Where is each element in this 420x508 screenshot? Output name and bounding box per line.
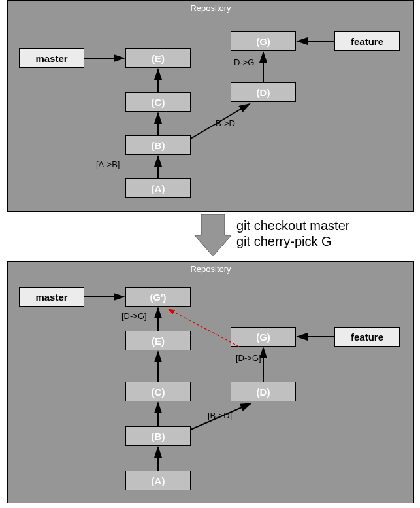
commit-B-bottom: (B)	[125, 426, 191, 446]
label-dg-left-bottom: [D->G]	[121, 311, 147, 321]
commit-E-top: (E)	[125, 48, 191, 68]
label-bd-bottom: [B->D]	[208, 411, 232, 420]
repository-bottom: Repository master feature (G') (E) (C) (…	[7, 261, 414, 503]
commit-G-top: (G)	[231, 31, 296, 51]
label-dg-top: D->G	[234, 58, 254, 67]
commit-G-bottom: (G)	[231, 327, 296, 347]
label-ab-top: [A->B]	[96, 160, 120, 169]
commit-E-bottom: (E)	[125, 331, 191, 350]
branch-feature-top: feature	[334, 31, 400, 51]
repo-title-top: Repository	[8, 1, 413, 13]
commit-D-bottom: (D)	[231, 382, 296, 401]
label-dg-right-bottom: [D->G]	[236, 353, 261, 363]
commit-D-top: (D)	[231, 82, 296, 102]
commit-Gp-bottom: (G')	[125, 287, 191, 307]
label-bd-top: B->D	[216, 118, 235, 128]
branch-feature-bottom: feature	[334, 327, 400, 347]
cmd-cherry-pick: git cherry-pick G	[236, 234, 332, 249]
transition-area: git checkout master git cherry-pick G	[0, 212, 420, 261]
commit-A-top: (A)	[125, 178, 191, 198]
commit-A-bottom: (A)	[125, 471, 191, 490]
commit-C-bottom: (C)	[125, 382, 191, 401]
cmd-checkout: git checkout master	[236, 218, 349, 233]
branch-master-bottom: master	[19, 287, 84, 307]
repo-title-bottom: Repository	[8, 262, 413, 274]
commit-B-top: (B)	[125, 135, 191, 155]
repository-top: Repository master feature (E) (C) (B) (A…	[7, 0, 414, 212]
commit-C-top: (C)	[125, 92, 191, 112]
big-arrow-icon	[193, 213, 233, 259]
branch-master-top: master	[19, 48, 84, 68]
